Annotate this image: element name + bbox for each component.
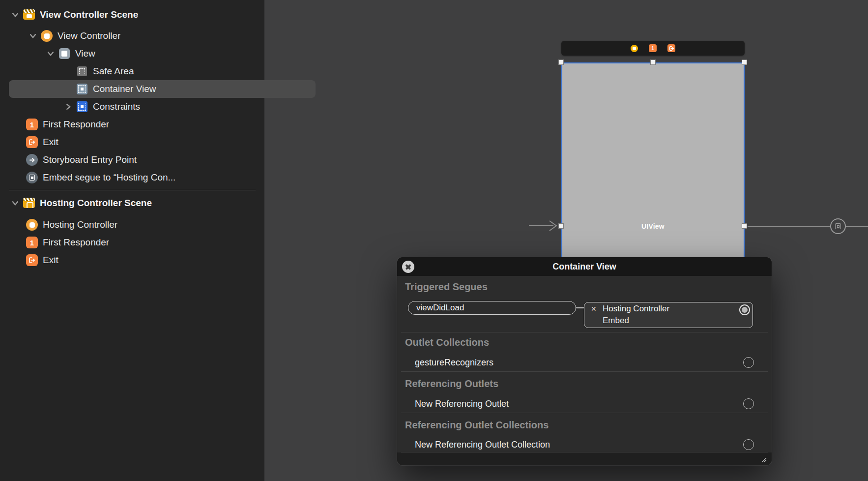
selection-handle-left-middle[interactable] [558,223,564,229]
section-header-triggered-segues: Triggered Segues [405,280,488,293]
section-header-outlet-collections: Outlet Collections [405,336,489,349]
first-responder-icon[interactable]: 1 [649,44,657,52]
sidebar-item-embed-segue[interactable]: Embed segue to “Hosting Con... [0,169,290,186]
first-responder-icon [26,118,38,131]
sidebar-item-view-controller[interactable]: View Controller [0,27,290,45]
connection-well[interactable] [743,398,754,409]
resize-handle-icon[interactable] [759,455,767,463]
triggered-segue-target[interactable]: ✕ Hosting Controller Embed [584,302,753,328]
sidebar-item-container-view[interactable]: Container View [0,80,325,98]
popup-titlebar[interactable]: Container View [397,257,772,276]
embed-segue-icon [26,171,38,184]
sidebar-item-hosting-controller-scene[interactable]: Hosting Controller Scene [0,194,272,212]
sidebar-item-first-responder[interactable]: First Responder [0,116,290,133]
sidebar-item-hosting-controller[interactable]: Hosting Controller [0,216,290,234]
segue-connector-line [576,307,584,308]
selection-handle-top-middle[interactable] [650,60,656,65]
exit-icon [26,254,38,267]
sidebar-item-constraints[interactable]: Constraints [0,98,325,116]
document-outline[interactable]: View Controller Scene View Controller Vi… [0,0,264,481]
selection-handle-right-middle[interactable] [742,223,747,229]
chevron-down-icon[interactable] [8,194,23,212]
constraints-icon [76,100,88,113]
chevron-down-icon[interactable] [26,27,40,45]
remove-connection-icon[interactable]: ✕ [591,305,597,313]
embed-segue-line[interactable] [748,226,868,227]
sidebar-item-exit[interactable]: Exit [0,251,290,269]
selection-handle-top-right[interactable] [742,60,747,65]
sidebar-item-storyboard-entry-point[interactable]: Storyboard Entry Point [0,151,290,169]
connections-popup[interactable]: Container View Triggered Segues viewDidL… [397,257,772,465]
chevron-down-icon[interactable] [8,6,23,24]
close-icon[interactable] [402,261,414,273]
view-controller-icon [26,218,38,231]
popup-footer [397,452,772,465]
section-header-referencing-outlet-collections: Referencing Outlet Collections [405,419,549,431]
first-responder-icon [26,236,38,249]
connection-well[interactable] [743,439,754,450]
sidebar-item-safe-area[interactable]: Safe Area [0,62,325,80]
connection-well[interactable] [743,357,754,368]
sidebar-item-view-controller-scene[interactable]: View Controller Scene [0,6,272,24]
scene-icon [23,197,35,210]
connection-row-gesture-recognizers[interactable]: gestureRecognizers [397,356,772,369]
section-header-referencing-outlets: Referencing Outlets [405,377,498,390]
sidebar-item-exit[interactable]: Exit [0,133,290,151]
segue-target-name: Hosting Controller [603,304,669,314]
view-icon [58,47,71,60]
storyboard-entry-arrow[interactable] [528,219,560,233]
divider [401,371,768,372]
exit-icon [26,136,38,149]
connection-row-new-referencing-outlet[interactable]: New Referencing Outlet [397,397,772,410]
view-controller-scene-bar[interactable]: 1 [561,41,745,56]
connection-well-connected[interactable] [739,304,750,315]
storyboard-entry-icon [26,153,38,166]
chevron-right-icon[interactable] [61,98,76,116]
connection-row-new-referencing-outlet-collection[interactable]: New Referencing Outlet Collection [397,438,772,451]
sidebar-item-first-responder[interactable]: First Responder [0,234,290,251]
view-controller-icon [40,30,53,42]
view-controller-icon[interactable] [631,45,638,52]
scene-divider [9,190,256,190]
container-view-icon [76,83,88,95]
chevron-down-icon[interactable] [43,45,58,62]
popup-title: Container View [552,262,616,272]
divider [401,332,768,332]
segue-kind: Embed [603,316,629,326]
triggered-segue-source[interactable]: viewDidLoad [408,301,576,315]
embed-segue-icon[interactable] [830,218,846,234]
uiview-label: UIView [641,222,665,230]
divider [401,413,768,413]
scene-icon [23,8,35,21]
safe-area-icon [76,65,88,78]
selection-handle-top-left[interactable] [558,60,564,65]
exit-icon[interactable] [667,44,675,52]
sidebar-item-view[interactable]: View [0,45,308,62]
